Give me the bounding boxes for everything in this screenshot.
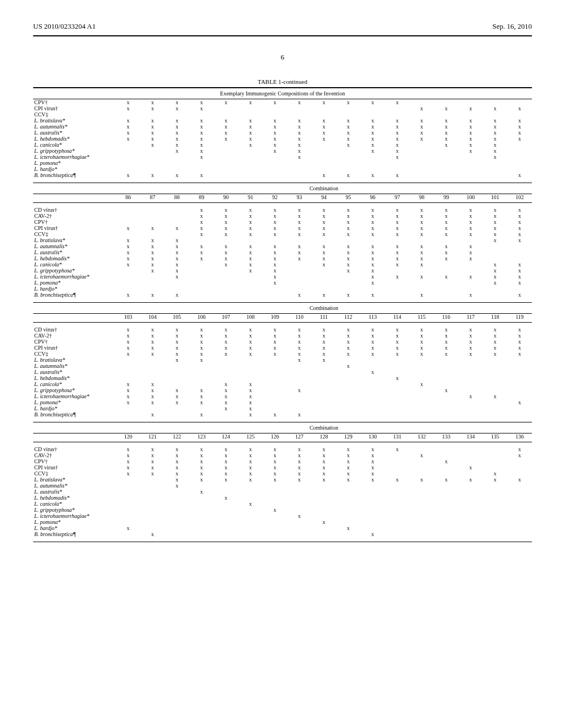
cell: x (459, 117, 483, 124)
cell: x (336, 172, 360, 178)
cell: x (116, 399, 140, 405)
cell: x (214, 243, 238, 249)
cell: x (312, 333, 336, 339)
cell (140, 519, 164, 525)
cell (312, 363, 336, 369)
row-label: L. autumnalis* (33, 483, 116, 489)
cell (508, 464, 532, 470)
cell: x (116, 387, 140, 393)
cell (434, 495, 458, 501)
cell: x (165, 243, 189, 249)
cell: x (434, 333, 458, 339)
col-number: 135 (483, 433, 507, 442)
cell: x (409, 345, 434, 351)
cell: x (214, 130, 238, 136)
cell: x (140, 531, 164, 537)
cell (434, 452, 458, 458)
cell: x (189, 326, 214, 333)
cell: x (409, 255, 434, 261)
table-row: CPI virus†xxxxxxxxx (33, 105, 532, 111)
cell (116, 411, 140, 417)
cell: x (165, 351, 189, 357)
cell (165, 507, 189, 513)
cell: x (483, 117, 507, 124)
cell (140, 160, 164, 166)
cell: x (483, 393, 507, 399)
cell (189, 363, 214, 369)
row-label: L. pomona* (33, 280, 116, 286)
cell: x (483, 124, 507, 130)
cell (434, 393, 458, 399)
cell (287, 519, 311, 525)
cell (434, 292, 458, 298)
cell: x (385, 255, 409, 261)
cell: x (483, 130, 507, 136)
cell (263, 154, 287, 160)
cell: x (214, 458, 238, 464)
cell: x (385, 172, 409, 178)
cell (385, 105, 409, 111)
cell: x (434, 326, 458, 333)
cell (263, 369, 287, 375)
cell: x (214, 326, 238, 333)
cell: x (459, 339, 483, 345)
cell: x (116, 464, 140, 470)
row-label: CAV-2† (33, 452, 116, 458)
cell: x (508, 117, 532, 124)
cell: x (483, 213, 507, 219)
cell (189, 280, 214, 286)
cell: x (508, 446, 532, 452)
table-row: B. bronchiseptica¶xx (33, 531, 532, 537)
cell (238, 519, 263, 525)
cell: x (360, 136, 385, 142)
cell (409, 363, 434, 369)
row-label: CPV† (33, 99, 116, 105)
cell (312, 483, 336, 489)
cell (385, 464, 409, 470)
cell: x (214, 231, 238, 237)
col-number: 134 (459, 433, 483, 442)
cell (140, 507, 164, 513)
cell: x (214, 136, 238, 142)
cell (459, 160, 483, 166)
cell (385, 525, 409, 531)
cell: x (140, 381, 164, 387)
cell (263, 237, 287, 243)
cell: x (214, 470, 238, 477)
cell: x (434, 124, 458, 130)
cell (459, 501, 483, 507)
cell: x (459, 274, 483, 280)
cell (459, 387, 483, 393)
cell (336, 411, 360, 417)
cell: x (336, 142, 360, 148)
cell (312, 105, 336, 111)
cell: x (287, 387, 311, 393)
cell (165, 381, 189, 387)
cell (336, 399, 360, 405)
cell: x (434, 274, 458, 280)
cell (287, 274, 311, 280)
cell (287, 483, 311, 489)
cell (165, 219, 189, 225)
cell: x (263, 255, 287, 261)
cell: x (238, 452, 263, 458)
cell: x (360, 213, 385, 219)
cell (459, 111, 483, 117)
cell (385, 393, 409, 399)
cell (312, 111, 336, 117)
cell: x (336, 124, 360, 130)
cell: x (312, 243, 336, 249)
cell: x (409, 231, 434, 237)
col-number: 105 (165, 313, 189, 322)
cell: x (165, 172, 189, 178)
cell: x (336, 470, 360, 477)
col-number: 86 (116, 194, 140, 202)
cell: x (360, 446, 385, 452)
cell (409, 267, 434, 274)
cell (238, 375, 263, 381)
row-label: L. canicola* (33, 501, 116, 507)
cell (312, 393, 336, 399)
row-label: L. hardjo* (33, 166, 116, 172)
cell: x (483, 148, 507, 154)
cell (508, 411, 532, 417)
